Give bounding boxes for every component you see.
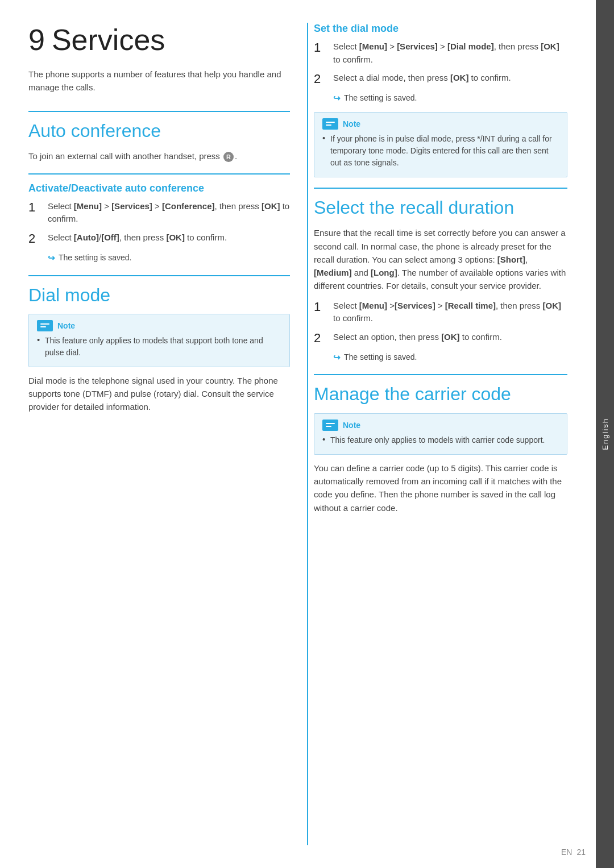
result-arrow-icon: ↪ [48,252,55,265]
note-header-3: Note [322,420,559,431]
step-rd-1: 1 Select [Menu] >[Services] > [Recall ti… [314,300,567,325]
chapter-header: 9Services [28,23,290,57]
chapter-number: 9 [28,23,45,56]
section-title-auto-conference: Auto conference [28,120,290,142]
note-box-carrier: Note • This feature only applies to mode… [314,413,567,455]
recall-steps: 1 Select [Menu] >[Services] > [Recall ti… [314,300,567,346]
page-footer: EN 21 [561,848,586,857]
dial-mode-body: Dial mode is the telephone signal used i… [28,374,290,414]
divider-recall [314,188,567,189]
right-column: Set the dial mode 1 Select [Menu] > [Ser… [307,23,567,845]
section-title-set-dial-mode: Set the dial mode [314,23,567,35]
chapter-intro: The phone supports a number of features … [28,68,290,94]
step-ac-2: 2 Select [Auto]/[Off], then press [OK] t… [28,231,290,246]
side-tab-label: English [601,418,609,450]
carrier-note-text: This feature only applies to models with… [330,434,545,446]
footer-lang: EN [561,848,572,857]
note-box-dial-mode: Note • This feature only applies to mode… [28,314,290,367]
divider-dial-mode [28,275,290,276]
dial-mode-note-text: This feature only applies to models that… [45,335,281,359]
set-dial-mode-result: ↪ The setting is saved. [333,92,567,105]
step-rd-2: 2 Select an option, then press [OK] to c… [314,331,567,346]
note-label-3: Note [343,421,360,430]
left-column: 9Services The phone supports a number of… [28,23,307,845]
auto-conference-intro: To join an external call with another ha… [28,149,290,163]
section-title-recall: Select the recall duration [314,197,567,218]
recall-result: ↪ The setting is saved. [333,351,567,364]
divider-carrier [314,374,567,375]
note-box-set-dial-mode: Note • If your phone is in pulse dial mo… [314,112,567,177]
divider-auto-conference [28,111,290,112]
note-label: Note [57,321,75,330]
carrier-body: You can define a carrier code (up to 5 d… [314,462,567,514]
note-icon-3 [322,420,338,431]
note-header: Note [37,320,281,331]
footer-page: 21 [576,848,586,857]
chapter-title: Services [52,23,165,56]
step-sdm-2: 2 Select a dial mode, then press [OK] to… [314,72,567,86]
result-arrow-icon-2: ↪ [333,92,341,105]
divider-activate [28,173,290,175]
set-dial-mode-steps: 1 Select [Menu] > [Services] > [Dial mod… [314,40,567,86]
side-tab: English [596,0,614,868]
set-dial-mode-note-text: If your phone is in pulse dial mode, pre… [330,133,559,169]
subsection-title-activate: Activate/Deactivate auto conference [28,182,290,194]
recall-body: Ensure that the recall time is set corre… [314,226,567,292]
note-icon [37,320,53,331]
section-title-dial-mode: Dial mode [28,284,290,306]
step-sdm-1: 1 Select [Menu] > [Services] > [Dial mod… [314,40,567,66]
note-header-2: Note [322,118,559,130]
section-title-carrier: Manage the carrier code [314,383,567,405]
result-arrow-icon-3: ↪ [333,351,341,364]
auto-conference-result: ↪ The setting is saved. [48,252,290,265]
content-area: 9Services The phone supports a number of… [0,0,596,868]
r-button-icon: R [223,152,234,162]
page-container: English 9Services The phone supports a n… [0,0,614,868]
step-ac-1: 1 Select [Menu] > [Services] > [Conferen… [28,200,290,226]
note-label-2: Note [343,119,360,128]
auto-conference-steps: 1 Select [Menu] > [Services] > [Conferen… [28,200,290,246]
note-icon-2 [322,118,338,130]
